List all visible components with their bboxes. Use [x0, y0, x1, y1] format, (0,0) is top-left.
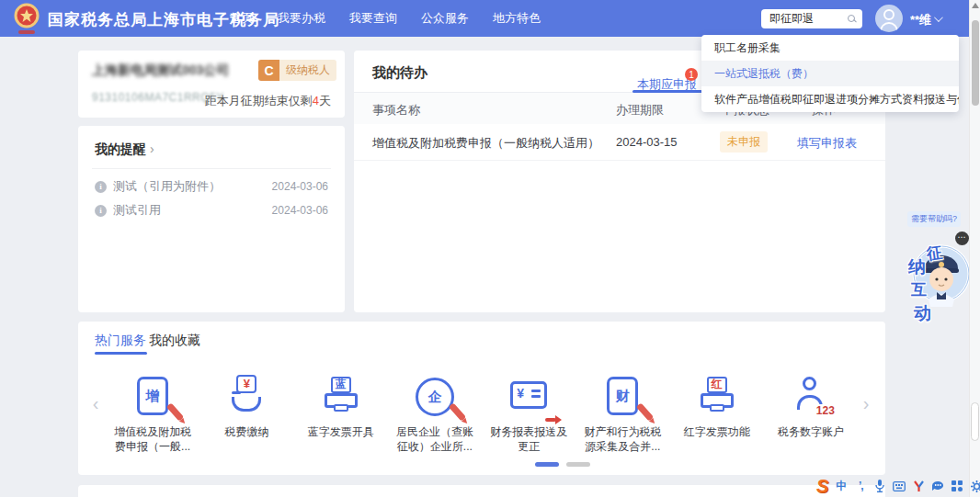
tax-officer-mascot-icon[interactable]: 征 纳 互 动	[906, 228, 969, 314]
carousel-indicators	[535, 462, 590, 467]
company-name: 上海新电局测试003公司	[92, 62, 229, 79]
todo-title: 我的待办	[372, 64, 427, 82]
credit-grade-badge: C 级纳税人	[258, 60, 336, 81]
mascot-char: 纳	[908, 255, 926, 279]
services-card: 热门服务 我的收藏 ‹ › 增 增值税及附加税费申报（一般... ¥ 税费缴纳 …	[78, 322, 885, 475]
doc-pencil-icon: 财	[600, 375, 644, 419]
dropdown-item-software-vat[interactable]: 软件产品增值税即征即退进项分摊方式资料报送与信息采集	[701, 86, 959, 112]
main-nav: 首页 我要办税 我要查询 公众服务 地方特色	[230, 0, 541, 37]
carousel-dot[interactable]	[566, 462, 590, 467]
active-tab-indicator	[95, 352, 147, 355]
table-row: 增值税及附加税费申报（一般纳税人适用） 2024-03-15 未申报 填写申报表	[354, 124, 885, 161]
grade-letter: C	[258, 60, 279, 81]
info-icon: i	[95, 205, 107, 217]
info-icon: i	[95, 181, 107, 193]
deadline-days: 4	[313, 94, 319, 107]
nav-query[interactable]: 我要查询	[349, 10, 397, 27]
circle-pencil-icon: 企	[413, 375, 457, 419]
settings-gear-icon[interactable]	[970, 480, 980, 492]
reminder-date: 2024-03-06	[272, 180, 328, 193]
skin-icon[interactable]	[912, 480, 925, 492]
todo-item-name: 增值税及附加税费申报（一般纳税人适用）	[372, 135, 599, 152]
chinese-mode-icon[interactable]: 中	[835, 480, 848, 492]
mascot-char: 互	[911, 279, 927, 300]
nav-public-service[interactable]: 公众服务	[421, 10, 469, 27]
service-grid: 增 增值税及附加税费申报（一般... ¥ 税费缴纳 蓝 蓝字发票开具 企	[106, 375, 858, 454]
search-results-dropdown: 职工名册采集 一站式退抵税（费） 软件产品增值税即征即退进项分摊方式资料报送与信…	[701, 35, 959, 112]
scroll-up-icon[interactable]	[972, 3, 979, 8]
hand-pay-icon: ¥	[224, 375, 268, 419]
search-input[interactable]: 即征即退	[761, 9, 862, 28]
punctuation-icon[interactable]: ’,	[854, 480, 867, 492]
fill-return-link[interactable]: 填写申报表	[797, 135, 857, 152]
scrollbar-thumb[interactable]	[972, 20, 979, 106]
reminders-card: 我的提醒› i 测试（引用为附件） 2024-03-06 i 测试引用 2024…	[78, 126, 345, 312]
printer-icon: 蓝	[319, 375, 363, 419]
microphone-icon[interactable]	[873, 480, 886, 492]
service-financial-report[interactable]: ¥ 财务报表报送及更正	[482, 375, 575, 454]
mascot-char: 征	[925, 242, 943, 265]
carousel-prev-icon[interactable]: ‹	[89, 393, 102, 414]
card-arrow-icon: ¥	[507, 375, 551, 419]
reminder-item[interactable]: i 测试引用 2024-03-06	[95, 203, 328, 218]
grade-label: 级纳税人	[279, 60, 336, 81]
page: 国家税务总局上海市电子税务局 首页 我要办税 我要查询 公众服务 地方特色 即征…	[0, 0, 980, 497]
service-resident-enterprise[interactable]: 企 居民企业（查账征收）企业所...	[388, 375, 482, 454]
tab-hot-services[interactable]: 热门服务	[95, 333, 146, 349]
todo-item-deadline: 2024-03-15	[616, 135, 678, 149]
service-digital-account[interactable]: 123 税务数字账户	[764, 375, 858, 454]
status-badge: 未申报	[720, 131, 768, 152]
service-property-behavior-tax[interactable]: 财 财产和行为税税源采集及合并...	[575, 375, 669, 454]
apps-grid-icon[interactable]	[951, 480, 963, 492]
nav-local-feature[interactable]: 地方特色	[493, 10, 541, 27]
chevron-right-icon: ›	[150, 141, 154, 156]
service-blue-invoice[interactable]: 蓝 蓝字发票开具	[294, 375, 388, 454]
sogou-logo-icon[interactable]: S	[816, 477, 828, 495]
avatar[interactable]	[875, 5, 903, 32]
dropdown-item-roster[interactable]: 职工名册采集	[701, 35, 959, 61]
reminders-title[interactable]: 我的提醒›	[95, 141, 154, 158]
reminder-item[interactable]: i 测试（引用为附件） 2024-03-06	[95, 179, 328, 194]
chat-bubble-icon[interactable]	[931, 480, 944, 492]
taxpayer-card: 上海新电局测试003公司 C 级纳税人 91310106MA7C1RRQ5Y 距…	[78, 51, 345, 118]
person-icon: 123	[789, 375, 833, 419]
national-emblem-icon	[11, 3, 42, 34]
side-handle[interactable]	[971, 402, 979, 441]
todo-count-badge: 1	[685, 68, 698, 81]
doc-pencil-icon: 增	[131, 375, 175, 419]
reminder-date: 2024-03-06	[272, 204, 328, 217]
divider	[92, 168, 331, 169]
logo-caption	[18, 30, 35, 34]
carousel-dot-active[interactable]	[535, 462, 559, 467]
dropdown-item-onestop-refund[interactable]: 一站式退抵税（费）	[701, 61, 959, 86]
mascot-char: 动	[914, 301, 931, 325]
service-vat-filing[interactable]: 增 增值税及附加税费申报（一般...	[106, 375, 199, 454]
next-section-card	[78, 485, 885, 497]
tax-bureau-logo	[11, 3, 42, 34]
assistant-tooltip: 需要帮助吗?	[907, 211, 961, 227]
username[interactable]: **维	[910, 12, 931, 28]
search-icon[interactable]	[848, 15, 857, 24]
col-deadline: 办理期限	[616, 102, 664, 119]
search-value[interactable]: 即征即退	[769, 11, 848, 27]
carousel-next-icon[interactable]: ›	[860, 393, 872, 414]
col-item-name: 事项名称	[372, 102, 420, 119]
printer-icon: 红	[695, 375, 739, 419]
nav-do-tax[interactable]: 我要办税	[278, 10, 325, 27]
assistant-widget[interactable]: 需要帮助吗? ⋯ 征 纳 互 动	[901, 209, 971, 311]
ime-toolbar: S 中 ’,	[816, 476, 980, 496]
keyboard-icon[interactable]	[893, 480, 906, 492]
service-red-invoice[interactable]: 红 红字发票功能	[670, 375, 764, 454]
header-bar: 国家税务总局上海市电子税务局 首页 我要办税 我要查询 公众服务 地方特色 即征…	[0, 0, 980, 37]
user-chevron-down-icon[interactable]	[934, 13, 943, 22]
tab-my-favorites[interactable]: 我的收藏	[149, 333, 200, 349]
avatar-person-icon	[883, 9, 895, 20]
filing-deadline-text: 距本月征期结束仅剩4天	[205, 93, 331, 109]
service-tax-payment[interactable]: ¥ 税费缴纳	[199, 375, 293, 454]
nav-home[interactable]: 首页	[230, 10, 254, 27]
